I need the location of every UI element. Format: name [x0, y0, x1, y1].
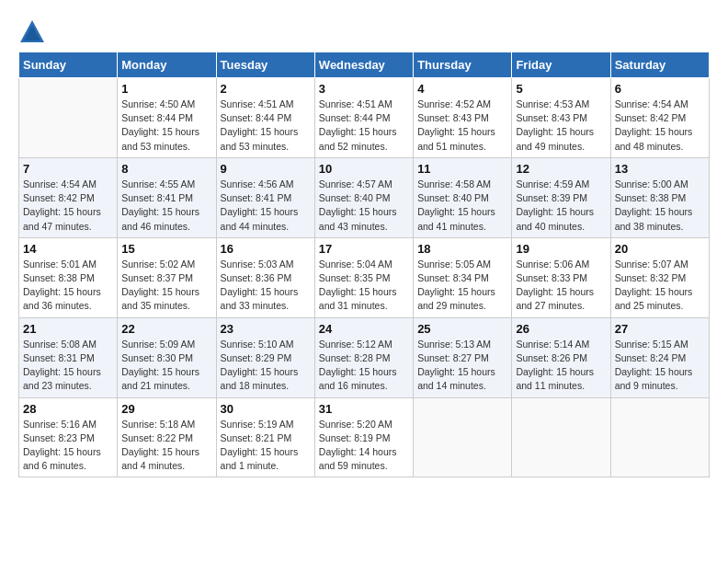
calendar-cell: 9Sunrise: 4:56 AM Sunset: 8:41 PM Daylig… — [216, 157, 314, 237]
calendar-body: 1Sunrise: 4:50 AM Sunset: 8:44 PM Daylig… — [19, 78, 710, 477]
day-number: 28 — [23, 402, 113, 416]
day-number: 8 — [121, 162, 211, 176]
day-info: Sunrise: 5:13 AM Sunset: 8:27 PM Dayligh… — [417, 338, 507, 394]
day-info: Sunrise: 4:51 AM Sunset: 8:44 PM Dayligh… — [319, 98, 409, 154]
calendar-cell — [610, 397, 709, 477]
calendar: SundayMondayTuesdayWednesdayThursdayFrid… — [18, 52, 710, 477]
calendar-header-row: SundayMondayTuesdayWednesdayThursdayFrid… — [19, 52, 710, 78]
calendar-cell: 15Sunrise: 5:02 AM Sunset: 8:37 PM Dayli… — [118, 237, 216, 317]
calendar-cell: 31Sunrise: 5:20 AM Sunset: 8:19 PM Dayli… — [314, 397, 413, 477]
day-number: 29 — [121, 402, 211, 416]
calendar-cell: 13Sunrise: 5:00 AM Sunset: 8:38 PM Dayli… — [610, 157, 709, 237]
logo — [18, 18, 50, 46]
calendar-cell: 4Sunrise: 4:52 AM Sunset: 8:43 PM Daylig… — [414, 78, 512, 158]
day-info: Sunrise: 5:19 AM Sunset: 8:21 PM Dayligh… — [221, 418, 311, 474]
day-number: 24 — [319, 322, 409, 336]
calendar-cell: 23Sunrise: 5:10 AM Sunset: 8:29 PM Dayli… — [216, 317, 314, 397]
header-cell-saturday: Saturday — [610, 52, 709, 78]
day-number: 9 — [221, 162, 311, 176]
calendar-cell: 16Sunrise: 5:03 AM Sunset: 8:36 PM Dayli… — [216, 237, 314, 317]
calendar-header: SundayMondayTuesdayWednesdayThursdayFrid… — [19, 52, 710, 78]
day-number: 23 — [221, 322, 311, 336]
calendar-cell: 1Sunrise: 4:50 AM Sunset: 8:44 PM Daylig… — [118, 78, 216, 158]
day-info: Sunrise: 5:04 AM Sunset: 8:35 PM Dayligh… — [319, 258, 409, 314]
calendar-cell: 17Sunrise: 5:04 AM Sunset: 8:35 PM Dayli… — [314, 237, 413, 317]
calendar-cell — [19, 78, 118, 158]
calendar-week-row: 21Sunrise: 5:08 AM Sunset: 8:31 PM Dayli… — [19, 317, 710, 397]
calendar-cell: 7Sunrise: 4:54 AM Sunset: 8:42 PM Daylig… — [19, 157, 118, 237]
day-number: 14 — [23, 242, 113, 256]
day-number: 30 — [221, 402, 311, 416]
day-info: Sunrise: 5:18 AM Sunset: 8:22 PM Dayligh… — [121, 418, 211, 474]
day-number: 20 — [615, 242, 705, 256]
day-number: 18 — [417, 242, 507, 256]
calendar-cell: 10Sunrise: 4:57 AM Sunset: 8:40 PM Dayli… — [314, 157, 413, 237]
calendar-cell — [512, 397, 610, 477]
calendar-cell: 2Sunrise: 4:51 AM Sunset: 8:44 PM Daylig… — [216, 78, 314, 158]
day-number: 2 — [221, 82, 311, 96]
day-number: 4 — [417, 82, 507, 96]
day-number: 27 — [615, 322, 705, 336]
calendar-cell: 27Sunrise: 5:15 AM Sunset: 8:24 PM Dayli… — [610, 317, 709, 397]
calendar-cell: 28Sunrise: 5:16 AM Sunset: 8:23 PM Dayli… — [19, 397, 118, 477]
calendar-cell: 24Sunrise: 5:12 AM Sunset: 8:28 PM Dayli… — [314, 317, 413, 397]
calendar-cell: 5Sunrise: 4:53 AM Sunset: 8:43 PM Daylig… — [512, 78, 610, 158]
day-number: 19 — [516, 242, 606, 256]
day-number: 3 — [319, 82, 409, 96]
calendar-week-row: 7Sunrise: 4:54 AM Sunset: 8:42 PM Daylig… — [19, 157, 710, 237]
day-number: 11 — [417, 162, 507, 176]
day-number: 17 — [319, 242, 409, 256]
day-info: Sunrise: 5:09 AM Sunset: 8:30 PM Dayligh… — [121, 338, 211, 394]
header-cell-wednesday: Wednesday — [314, 52, 413, 78]
day-info: Sunrise: 5:12 AM Sunset: 8:28 PM Dayligh… — [319, 338, 409, 394]
calendar-cell: 21Sunrise: 5:08 AM Sunset: 8:31 PM Dayli… — [19, 317, 118, 397]
calendar-cell: 30Sunrise: 5:19 AM Sunset: 8:21 PM Dayli… — [216, 397, 314, 477]
calendar-cell: 19Sunrise: 5:06 AM Sunset: 8:33 PM Dayli… — [512, 237, 610, 317]
day-info: Sunrise: 5:10 AM Sunset: 8:29 PM Dayligh… — [221, 338, 311, 394]
header-cell-tuesday: Tuesday — [216, 52, 314, 78]
day-number: 12 — [516, 162, 606, 176]
day-info: Sunrise: 4:57 AM Sunset: 8:40 PM Dayligh… — [319, 178, 409, 234]
day-info: Sunrise: 4:51 AM Sunset: 8:44 PM Dayligh… — [221, 98, 311, 154]
day-number: 10 — [319, 162, 409, 176]
calendar-cell: 8Sunrise: 4:55 AM Sunset: 8:41 PM Daylig… — [118, 157, 216, 237]
calendar-cell: 25Sunrise: 5:13 AM Sunset: 8:27 PM Dayli… — [414, 317, 512, 397]
day-number: 15 — [121, 242, 211, 256]
day-info: Sunrise: 5:08 AM Sunset: 8:31 PM Dayligh… — [23, 338, 113, 394]
day-info: Sunrise: 5:02 AM Sunset: 8:37 PM Dayligh… — [121, 258, 211, 314]
calendar-week-row: 1Sunrise: 4:50 AM Sunset: 8:44 PM Daylig… — [19, 78, 710, 158]
calendar-cell: 26Sunrise: 5:14 AM Sunset: 8:26 PM Dayli… — [512, 317, 610, 397]
day-info: Sunrise: 4:54 AM Sunset: 8:42 PM Dayligh… — [23, 178, 113, 234]
calendar-week-row: 14Sunrise: 5:01 AM Sunset: 8:38 PM Dayli… — [19, 237, 710, 317]
calendar-cell: 18Sunrise: 5:05 AM Sunset: 8:34 PM Dayli… — [414, 237, 512, 317]
day-info: Sunrise: 4:53 AM Sunset: 8:43 PM Dayligh… — [516, 98, 606, 154]
day-info: Sunrise: 4:58 AM Sunset: 8:40 PM Dayligh… — [417, 178, 507, 234]
day-info: Sunrise: 5:01 AM Sunset: 8:38 PM Dayligh… — [23, 258, 113, 314]
day-number: 22 — [121, 322, 211, 336]
day-info: Sunrise: 4:50 AM Sunset: 8:44 PM Dayligh… — [121, 98, 211, 154]
calendar-cell: 14Sunrise: 5:01 AM Sunset: 8:38 PM Dayli… — [19, 237, 118, 317]
header-cell-friday: Friday — [512, 52, 610, 78]
header-cell-thursday: Thursday — [414, 52, 512, 78]
day-info: Sunrise: 5:15 AM Sunset: 8:24 PM Dayligh… — [615, 338, 705, 394]
day-info: Sunrise: 4:56 AM Sunset: 8:41 PM Dayligh… — [221, 178, 311, 234]
page-header — [18, 18, 710, 46]
logo-icon — [18, 18, 46, 46]
day-info: Sunrise: 4:55 AM Sunset: 8:41 PM Dayligh… — [121, 178, 211, 234]
calendar-cell: 6Sunrise: 4:54 AM Sunset: 8:42 PM Daylig… — [610, 78, 709, 158]
day-info: Sunrise: 5:00 AM Sunset: 8:38 PM Dayligh… — [615, 178, 705, 234]
day-info: Sunrise: 5:05 AM Sunset: 8:34 PM Dayligh… — [417, 258, 507, 314]
calendar-cell: 29Sunrise: 5:18 AM Sunset: 8:22 PM Dayli… — [118, 397, 216, 477]
day-number: 25 — [417, 322, 507, 336]
calendar-week-row: 28Sunrise: 5:16 AM Sunset: 8:23 PM Dayli… — [19, 397, 710, 477]
day-info: Sunrise: 5:14 AM Sunset: 8:26 PM Dayligh… — [516, 338, 606, 394]
day-number: 1 — [121, 82, 211, 96]
day-number: 5 — [516, 82, 606, 96]
day-info: Sunrise: 5:07 AM Sunset: 8:32 PM Dayligh… — [615, 258, 705, 314]
header-cell-monday: Monday — [118, 52, 216, 78]
day-number: 7 — [23, 162, 113, 176]
day-number: 31 — [319, 402, 409, 416]
calendar-cell: 22Sunrise: 5:09 AM Sunset: 8:30 PM Dayli… — [118, 317, 216, 397]
day-info: Sunrise: 5:06 AM Sunset: 8:33 PM Dayligh… — [516, 258, 606, 314]
day-number: 13 — [615, 162, 705, 176]
